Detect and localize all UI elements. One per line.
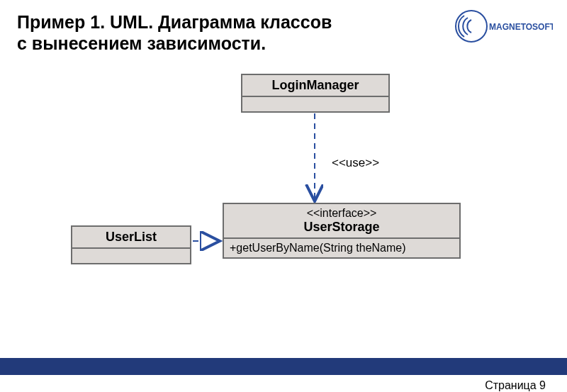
interface-user-storage: <<interface>> UserStorage +getUserByName… [223,203,461,259]
uml-diagram: LoginManager UserList <<interface>> User… [35,71,517,354]
slide-title: Пример 1. UML. Диаграмма классов с вынес… [17,11,454,54]
class-body-empty [72,249,190,263]
use-stereotype-label: <<use>> [332,156,379,170]
class-name: UserList [72,227,190,249]
class-header: <<interface>> UserStorage [224,204,459,239]
class-body-empty [242,97,388,111]
svg-point-0 [456,11,487,42]
title-line-2: с вынесением зависимости. [17,33,266,53]
magnetosoft-logo: MAGNETOSOFT [454,9,553,47]
title-line-1: Пример 1. UML. Диаграмма классов [17,12,332,32]
class-login-manager: LoginManager [241,74,390,113]
class-user-list: UserList [71,225,191,264]
footer-bar [0,358,567,375]
logo-icon: MAGNETOSOFT [454,9,553,44]
logo-text: MAGNETOSOFT [489,22,553,32]
operation: +getUserByName(String theName) [224,239,459,257]
class-name: LoginManager [242,75,388,97]
stereotype: <<interface>> [230,207,454,220]
class-name: UserStorage [230,220,454,235]
slide-header: Пример 1. UML. Диаграмма классов с вынес… [17,11,454,54]
page-number: Страница 9 [485,379,546,392]
slide: Пример 1. UML. Диаграмма классов с вынес… [0,0,567,392]
